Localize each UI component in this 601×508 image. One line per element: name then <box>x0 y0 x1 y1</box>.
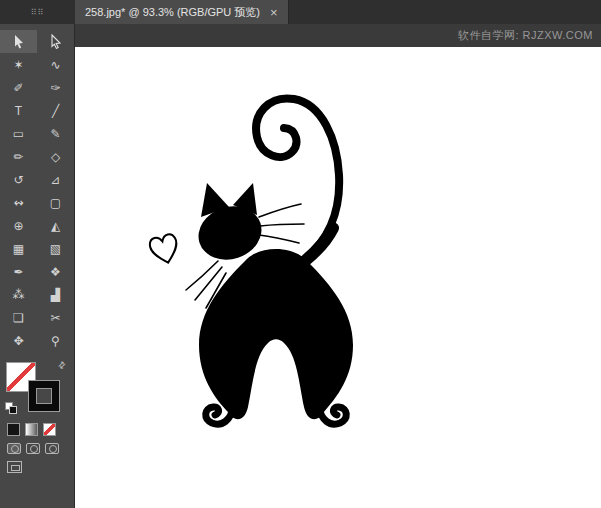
document-canvas[interactable] <box>75 47 601 508</box>
pencil-icon: ✎ <box>50 128 60 140</box>
mesh-icon: ▦ <box>13 243 24 255</box>
shape-builder-tool[interactable]: ⊕ <box>0 214 37 237</box>
width-icon: ↭ <box>13 197 23 209</box>
document-tab-label: 258.jpg* @ 93.3% (RGB/GPU 预览) <box>85 5 260 20</box>
cat-artwork[interactable] <box>75 47 601 508</box>
magic-wand-tool[interactable]: ✶ <box>0 53 37 76</box>
slice-tool[interactable]: ✂ <box>37 306 74 329</box>
eraser-tool[interactable]: ◇ <box>37 145 74 168</box>
tools-panel: ✶ ∿ ✐ ✑ T ╱ ▭ ✎ ✏ ◇ ↺ ⊿ <box>0 24 75 508</box>
gradient-icon: ▧ <box>50 243 61 255</box>
draw-normal-mode-button[interactable] <box>7 443 21 454</box>
pen-tool[interactable]: ✐ <box>0 76 37 99</box>
hand-tool[interactable]: ✥ <box>0 329 37 352</box>
illustrator-window: ⠿⠿ 258.jpg* @ 93.3% (RGB/GPU 预览) × <box>0 0 601 508</box>
mesh-tool[interactable]: ▦ <box>0 237 37 260</box>
tools-panel-grip[interactable]: ⠿⠿ <box>0 0 75 24</box>
selection-arrow-icon <box>12 34 26 49</box>
swap-fill-stroke-icon[interactable]: ⇄ <box>56 359 68 371</box>
grip-dots-icon: ⠿⠿ <box>31 8 45 17</box>
default-stroke-mini-swatch <box>9 406 17 414</box>
fill-stroke-widget: ⇄ <box>4 360 66 416</box>
paintbrush-icon: ✑ <box>50 82 60 94</box>
color-type-buttons <box>4 423 74 436</box>
none-button[interactable] <box>43 423 56 436</box>
zoom-tool[interactable]: ⚲ <box>37 329 74 352</box>
line-segment-tool[interactable]: ╱ <box>37 99 74 122</box>
blend-icon: ❖ <box>50 266 61 278</box>
rectangle-icon: ▭ <box>13 128 24 140</box>
pen-icon: ✐ <box>13 82 23 94</box>
scale-tool[interactable]: ⊿ <box>37 168 74 191</box>
toolbar-bottom-controls: ⇄ <box>0 352 74 473</box>
paintbrush-tool[interactable]: ✑ <box>37 76 74 99</box>
info-strip: 软件自学网: RJZXW.COM <box>75 24 601 47</box>
slice-icon: ✂ <box>50 312 60 324</box>
watermark-text: 软件自学网: RJZXW.COM <box>458 28 593 43</box>
blob-brush-tool[interactable]: ✏ <box>0 145 37 168</box>
cat-tail-base <box>306 228 333 260</box>
perspective-grid-tool[interactable]: ◭ <box>37 214 74 237</box>
type-icon: T <box>15 105 22 117</box>
type-tool[interactable]: T <box>0 99 37 122</box>
rectangle-tool[interactable]: ▭ <box>0 122 37 145</box>
gradient-button[interactable] <box>25 423 38 436</box>
draw-inside-mode-button[interactable] <box>45 443 59 454</box>
symbol-sprayer-tool[interactable]: ⁂ <box>0 283 37 306</box>
color-button[interactable] <box>7 423 20 436</box>
line-segment-icon: ╱ <box>52 105 59 117</box>
column-graph-tool[interactable]: ▟ <box>37 283 74 306</box>
eyedropper-icon: ✒ <box>13 266 23 278</box>
heart-shape <box>148 233 181 266</box>
tab-bar-empty-space <box>289 0 601 24</box>
default-colors-icon[interactable] <box>5 402 17 414</box>
rotate-icon: ↺ <box>13 174 23 186</box>
free-transform-icon: ▢ <box>50 197 61 209</box>
screen-mode-row <box>4 461 74 473</box>
lasso-tool[interactable]: ∿ <box>37 53 74 76</box>
close-tab-icon[interactable]: × <box>270 6 278 19</box>
pencil-tool[interactable]: ✎ <box>37 122 74 145</box>
magic-wand-icon: ✶ <box>13 59 23 71</box>
blend-tool[interactable]: ❖ <box>37 260 74 283</box>
tab-bar: ⠿⠿ 258.jpg* @ 93.3% (RGB/GPU 预览) × <box>0 0 601 24</box>
zoom-icon: ⚲ <box>51 335 60 347</box>
eyedropper-tool[interactable]: ✒ <box>0 260 37 283</box>
cat-body <box>199 249 353 419</box>
artboard-icon: ❏ <box>13 312 24 324</box>
artboard-tool[interactable]: ❏ <box>0 306 37 329</box>
selection-tool[interactable] <box>0 30 37 53</box>
direct-selection-tool[interactable] <box>37 30 74 53</box>
change-screen-mode-button[interactable] <box>7 461 22 473</box>
free-transform-tool[interactable]: ▢ <box>37 191 74 214</box>
scale-icon: ⊿ <box>50 174 60 186</box>
direct-selection-arrow-icon <box>49 34 63 49</box>
shape-builder-icon: ⊕ <box>13 220 23 232</box>
lasso-icon: ∿ <box>50 59 60 71</box>
eraser-icon: ◇ <box>51 151 60 163</box>
blob-brush-icon: ✏ <box>13 151 23 163</box>
rotate-tool[interactable]: ↺ <box>0 168 37 191</box>
drawing-mode-buttons <box>4 443 74 454</box>
draw-behind-mode-button[interactable] <box>26 443 40 454</box>
gradient-tool[interactable]: ▧ <box>37 237 74 260</box>
width-tool[interactable]: ↭ <box>0 191 37 214</box>
stroke-color-swatch[interactable] <box>29 381 59 411</box>
hand-icon: ✥ <box>13 335 23 347</box>
document-tab[interactable]: 258.jpg* @ 93.3% (RGB/GPU 预览) × <box>75 0 289 24</box>
perspective-grid-icon: ◭ <box>51 220 60 232</box>
symbol-sprayer-icon: ⁂ <box>13 289 25 301</box>
column-graph-icon: ▟ <box>51 289 60 301</box>
